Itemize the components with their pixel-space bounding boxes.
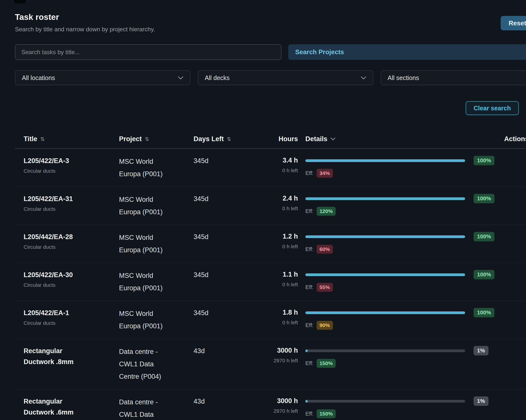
task-title-cell: Rectangular Ductwork .6mm [24, 396, 119, 418]
search-projects-panel[interactable]: Search Projects [288, 44, 526, 60]
efficiency-badge: 60% [317, 245, 333, 253]
sort-icon: ⇅ [227, 136, 231, 142]
progress-bar-fill [305, 197, 465, 200]
table-row[interactable]: Rectangular Ductwork .8mm Data centre -C… [15, 339, 526, 389]
efficiency-line: Eff: 55% [305, 282, 504, 292]
clear-search-row: Clear search [15, 101, 526, 115]
efficiency-line: Eff: 150% [305, 409, 504, 419]
task-project: Data centre -CWL1 DataCentre (P004) [119, 345, 194, 383]
efficiency-line: Eff: 34% [305, 168, 504, 178]
progress-bar-fill [305, 400, 308, 403]
task-hours-left: 0 h left [268, 243, 298, 250]
sections-select[interactable]: All sections [381, 70, 526, 85]
efficiency-label: Eff: [305, 284, 314, 291]
table-row[interactable]: Rectangular Ductwork .6mm Data centre -C… [15, 389, 526, 420]
task-title-cell: L205/422/EA-1 Circular ducts [24, 307, 119, 327]
task-title: L205/422/EA-31 [24, 193, 94, 204]
task-details-cell: 100% Eff: 60% [305, 231, 504, 254]
task-hours-left: 2970 h left [268, 357, 298, 364]
efficiency-line: Eff: 150% [305, 358, 504, 368]
task-hours-left: 0 h left [268, 167, 298, 174]
reset-button[interactable]: Reset [501, 16, 526, 30]
column-header-details[interactable]: Details [305, 135, 504, 143]
progress-badge: 100% [474, 194, 494, 203]
task-hours-cell: 3.4 h 0 h left [268, 155, 305, 174]
table-row[interactable]: L205/422/EA-30 Circular ducts MSC WorldE… [15, 263, 526, 301]
task-roster-page: Task roster Search by title and narrow d… [0, 0, 526, 420]
efficiency-badge: 34% [317, 169, 333, 177]
progress-badge: 100% [474, 232, 494, 241]
efficiency-line: Eff: 60% [305, 244, 504, 254]
progress-line: 100% [305, 307, 504, 318]
task-subtitle: Circular ducts [24, 205, 119, 213]
efficiency-label: Eff: [305, 208, 314, 214]
task-days-left: 345d [194, 307, 268, 318]
task-hours-cell: 3000 h 2970 h left [268, 396, 305, 415]
task-details-cell: 100% Eff: 34% [305, 155, 504, 178]
task-project: MSC WorldEuropa (P001) [119, 231, 194, 256]
progress-line: 100% [305, 269, 504, 280]
chevron-down-icon [330, 137, 335, 140]
table-body: L205/422/EA-3 Circular ducts MSC WorldEu… [15, 149, 526, 420]
search-input[interactable] [15, 44, 282, 60]
efficiency-label: Eff: [305, 322, 314, 329]
table-row[interactable]: L205/442/EA-28 Circular ducts MSC WorldE… [15, 225, 526, 263]
locations-select[interactable]: All locations [15, 70, 190, 85]
column-header-title[interactable]: Title ⇅ [24, 135, 119, 143]
task-subtitle: Circular ducts [24, 281, 119, 289]
progress-badge: 100% [474, 156, 494, 165]
task-days-left: 345d [194, 231, 268, 242]
column-header-hours: Hours [268, 135, 305, 143]
task-title: L205/422/EA-30 [24, 269, 94, 280]
task-hours-cell: 1.2 h 0 h left [268, 231, 305, 250]
chevron-down-icon [178, 76, 183, 80]
progress-line: 100% [305, 155, 504, 166]
task-title-cell: L205/422/EA-31 Circular ducts [24, 193, 119, 213]
task-hours-left: 0 h left [268, 205, 298, 212]
progress-bar-fill [305, 159, 465, 162]
efficiency-badge: 150% [317, 409, 336, 418]
task-title: L205/422/EA-3 [24, 155, 94, 166]
progress-bar [305, 197, 465, 200]
task-title-cell: L205/442/EA-28 Circular ducts [24, 231, 119, 251]
progress-bar-fill [305, 273, 465, 276]
task-project: MSC WorldEuropa (P001) [119, 155, 194, 180]
task-hours: 2.4 h [268, 193, 298, 203]
progress-line: 1% [305, 396, 504, 406]
efficiency-badge: 150% [317, 359, 336, 368]
task-hours-cell: 1.8 h 0 h left [268, 307, 305, 326]
progress-bar [305, 400, 465, 403]
progress-line: 100% [305, 193, 504, 204]
table-row[interactable]: L205/422/EA-1 Circular ducts MSC WorldEu… [15, 301, 526, 339]
progress-badge: 1% [474, 346, 488, 355]
task-details-cell: 1% Eff: 150% [305, 345, 504, 368]
progress-badge: 100% [474, 308, 494, 317]
table-row[interactable]: L205/422/EA-31 Circular ducts MSC WorldE… [15, 187, 526, 225]
task-hours: 3.4 h [268, 155, 298, 165]
task-details-cell: 100% Eff: 120% [305, 193, 504, 216]
progress-bar [305, 159, 465, 162]
task-days-left: 345d [194, 155, 268, 166]
efficiency-badge: 90% [317, 321, 333, 330]
efficiency-label: Eff: [305, 411, 314, 417]
decks-select-value: All decks [205, 74, 230, 82]
progress-bar [305, 349, 465, 352]
clear-search-button[interactable]: Clear search [466, 101, 519, 115]
task-title: L205/442/EA-28 [24, 231, 94, 242]
task-hours: 3000 h [268, 396, 298, 406]
progress-line: 100% [305, 231, 504, 242]
task-title-cell: Rectangular Ductwork .8mm [24, 345, 119, 367]
table-row[interactable]: L205/422/EA-3 Circular ducts MSC WorldEu… [15, 149, 526, 187]
task-title-cell: L205/422/EA-3 Circular ducts [24, 155, 119, 175]
efficiency-label: Eff: [305, 246, 314, 252]
decks-select[interactable]: All decks [198, 70, 373, 85]
progress-badge: 100% [474, 270, 494, 279]
efficiency-label: Eff: [305, 360, 314, 367]
column-header-days-left[interactable]: Days Left ⇅ [194, 135, 268, 143]
filters-row: All locations All decks All sections [15, 70, 526, 85]
column-header-project[interactable]: Project ⇅ [119, 135, 194, 143]
locations-select-value: All locations [22, 74, 55, 82]
task-title: L205/422/EA-1 [24, 307, 94, 318]
task-hours-cell: 3000 h 2970 h left [268, 345, 305, 364]
chevron-down-icon [361, 76, 366, 80]
